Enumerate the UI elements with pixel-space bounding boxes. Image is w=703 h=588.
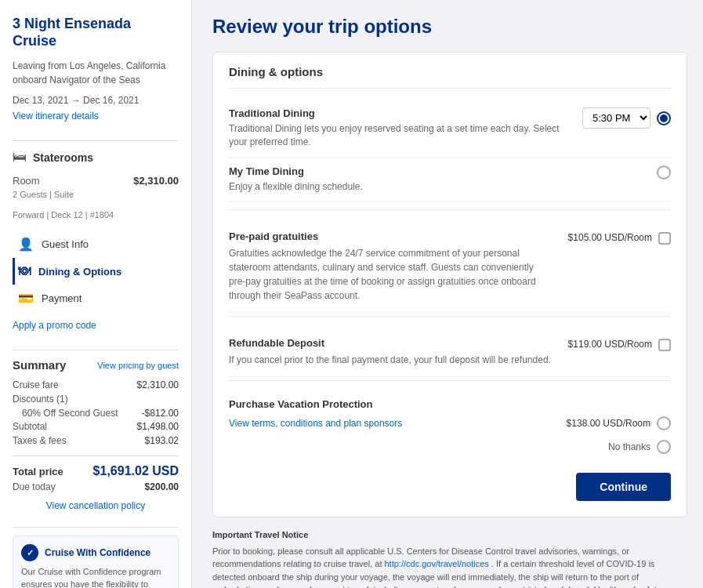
person-icon: 👤 xyxy=(18,237,34,252)
card-header: Dining & options xyxy=(229,53,671,88)
staterooms-label: Staterooms xyxy=(33,151,93,164)
taxes-row: Taxes & fees $193.02 xyxy=(13,435,179,446)
no-thanks-row: No thanks xyxy=(229,440,671,454)
bed-icon: 🛏 xyxy=(13,149,27,165)
page-title: Review your trip options xyxy=(212,16,687,38)
summary-header: Summary View pricing by guest xyxy=(13,358,179,372)
cruise-subtitle: Leaving from Los Angeles, California xyxy=(13,60,179,71)
sidebar-item-payment[interactable]: 💳 Payment xyxy=(13,285,179,312)
cruise-fare-row: Cruise fare $2,310.00 xyxy=(13,379,179,390)
confidence-box: ✓ Cruise With Confidence Our Cruise with… xyxy=(13,535,179,588)
dining-card: Dining & options Traditional Dining Trad… xyxy=(212,52,687,517)
discounts-label: Discounts (1) xyxy=(13,394,68,405)
no-thanks-label: No thanks xyxy=(608,441,650,452)
traditional-dining-title: Traditional Dining xyxy=(229,107,570,119)
divider-1 xyxy=(13,140,179,141)
traditional-dining-desc: Traditional Dining lets you enjoy reserv… xyxy=(229,122,570,149)
refundable-title: Refundable Deposit xyxy=(229,337,553,349)
total-value: $1,691.02 USD xyxy=(93,464,179,478)
room-price: $2,310.00 xyxy=(133,175,179,187)
cruise-ship: onboard Navigator of the Seas xyxy=(13,74,179,85)
confidence-header: ✓ Cruise With Confidence xyxy=(21,544,170,561)
discount-name: 60% Off Second Guest xyxy=(22,408,118,419)
section-divider-2 xyxy=(229,316,671,317)
discounts-row: Discounts (1) xyxy=(13,394,179,405)
total-row: Total price $1,691.02 USD xyxy=(13,464,179,478)
subtotal-value: $1,498.00 xyxy=(137,421,179,432)
protection-link-row: View terms, conditions and plan sponsors… xyxy=(229,413,671,434)
traditional-dining-row: Traditional Dining Traditional Dining le… xyxy=(229,100,671,158)
notice-cdc-link[interactable]: http://cdc.gov/travel/notices xyxy=(385,559,489,568)
refundable-price: $119.00 USD/Room xyxy=(568,339,652,350)
cruise-fare-label: Cruise fare xyxy=(13,379,59,390)
section-divider-3 xyxy=(229,380,671,381)
nav-label-payment: Payment xyxy=(42,292,82,304)
continue-button[interactable]: Continue xyxy=(576,473,671,501)
dining-time-select[interactable]: 5:30 PM 6:00 PM 6:30 PM 7:00 PM 7:30 PM … xyxy=(582,107,650,129)
notice-title: Important Travel Notice xyxy=(212,528,687,542)
fork-icon: 🍽 xyxy=(18,264,31,278)
room-label: Room xyxy=(13,175,40,187)
discount-detail-row: 60% Off Second Guest -$812.00 xyxy=(13,408,179,419)
gratuities-price: $105.00 USD/Room xyxy=(568,232,652,243)
gratuities-desc: Gratuities acknowledge the 24/7 service … xyxy=(229,246,553,303)
summary-pricing-link[interactable]: View pricing by guest xyxy=(97,361,179,370)
due-row: Due today $200.00 xyxy=(13,481,179,492)
no-thanks-radio[interactable] xyxy=(657,440,671,454)
card-icon: 💳 xyxy=(18,291,34,306)
nav-label-dining: Dining & Options xyxy=(38,266,121,278)
traditional-dining-radio[interactable] xyxy=(657,111,671,125)
traditional-dining-info: Traditional Dining Traditional Dining le… xyxy=(229,107,570,149)
confidence-text: Our Cruise with Confidence program ensur… xyxy=(21,566,170,588)
main-content: Review your trip options Dining & option… xyxy=(192,0,703,588)
total-section: Total price $1,691.02 USD Due today $200… xyxy=(13,456,179,492)
staterooms-section: 🛏 Staterooms xyxy=(13,149,179,165)
discount-value: -$812.00 xyxy=(142,408,179,419)
promo-code-link[interactable]: Apply a promo code xyxy=(13,320,179,331)
vacation-protection-section: Purchase Vacation Protection View terms,… xyxy=(229,392,671,460)
continue-row: Continue xyxy=(229,473,671,501)
traditional-dining-control: 5:30 PM 6:00 PM 6:30 PM 7:00 PM 7:30 PM … xyxy=(582,107,671,129)
sidebar: 3 Night Ensenada Cruise Leaving from Los… xyxy=(0,0,192,588)
cancellation-link[interactable]: View cancellation policy xyxy=(13,500,179,511)
refundable-control: $119.00 USD/Room xyxy=(568,337,671,351)
mytime-dining-desc: Enjoy a flexible dining schedule. xyxy=(229,180,644,194)
room-details: 2 Guests | Suite xyxy=(13,190,179,199)
card-divider xyxy=(229,88,671,89)
nav-label-guest-info: Guest Info xyxy=(42,238,89,250)
summary-title: Summary xyxy=(13,358,66,372)
sidebar-item-dining-options[interactable]: 🍽 Dining & Options xyxy=(13,258,179,285)
taxes-label: Taxes & fees xyxy=(13,435,67,446)
confidence-check-icon: ✓ xyxy=(21,544,38,561)
gratuities-checkbox[interactable] xyxy=(658,232,671,245)
section-divider-1 xyxy=(229,209,671,210)
gratuities-info: Pre-paid gratuities Gratuities acknowled… xyxy=(229,230,553,303)
refundable-row: Refundable Deposit If you cancel prior t… xyxy=(229,328,671,377)
room-details2: Forward | Deck 12 | #1804 xyxy=(13,210,179,220)
refundable-desc: If you cancel prior to the final payment… xyxy=(229,353,553,367)
protection-radio[interactable] xyxy=(657,416,671,430)
due-label: Due today xyxy=(13,481,56,492)
gratuities-control: $105.00 USD/Room xyxy=(568,230,671,245)
taxes-value: $193.02 xyxy=(145,435,179,446)
itinerary-link[interactable]: View itinerary details xyxy=(13,111,179,122)
protection-price: $138.00 USD/Room xyxy=(567,418,650,429)
sidebar-item-guest-info[interactable]: 👤 Guest Info xyxy=(13,230,179,258)
cruise-title: 3 Night Ensenada Cruise xyxy=(13,16,179,49)
protection-terms-link[interactable]: View terms, conditions and plan sponsors xyxy=(229,418,402,429)
notice-section: Important Travel Notice Prior to booking… xyxy=(212,528,687,588)
refundable-info: Refundable Deposit If you cancel prior t… xyxy=(229,337,553,367)
subtotal-row: Subtotal $1,498.00 xyxy=(13,421,179,432)
confidence-title: Cruise With Confidence xyxy=(45,547,150,558)
gratuities-row: Pre-paid gratuities Gratuities acknowled… xyxy=(229,221,671,313)
mytime-dining-radio[interactable] xyxy=(657,165,671,180)
subtotal-label: Subtotal xyxy=(13,421,47,432)
refundable-checkbox[interactable] xyxy=(658,339,671,351)
divider-2 xyxy=(13,350,179,350)
protection-price-row: $138.00 USD/Room xyxy=(567,416,671,430)
gratuities-title: Pre-paid gratuities xyxy=(229,230,553,242)
mytime-dining-info: My Time Dining Enjoy a flexible dining s… xyxy=(229,165,644,194)
cruise-fare-value: $2,310.00 xyxy=(137,379,179,390)
radio-inner xyxy=(660,114,668,122)
protection-title: Purchase Vacation Protection xyxy=(229,398,671,410)
